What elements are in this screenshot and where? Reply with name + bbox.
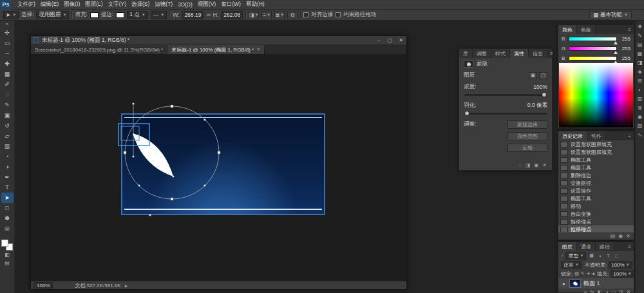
lock-position-icon[interactable]: ✛ bbox=[587, 270, 591, 277]
add-vector-mask-button[interactable]: ▢ bbox=[539, 72, 547, 79]
tab-color[interactable]: 颜色 bbox=[558, 25, 577, 34]
panel-menu-icon[interactable]: ≡ bbox=[625, 25, 634, 34]
lock-all-icon[interactable]: ∎ bbox=[592, 270, 595, 277]
dock-panel-icon[interactable]: ▥ bbox=[636, 95, 644, 102]
anchor-point[interactable] bbox=[204, 185, 206, 187]
clone-stamp-tool[interactable]: ▣ bbox=[1, 110, 14, 120]
zoom-level-field[interactable]: 100% bbox=[33, 282, 53, 288]
tab-adjustments[interactable]: 调整 bbox=[473, 49, 491, 58]
stroke-type-dropdown[interactable]: — ▼ bbox=[151, 11, 167, 19]
history-step[interactable]: 交换路径 bbox=[558, 179, 634, 187]
green-channel-slider[interactable] bbox=[569, 46, 617, 51]
dock-panel-icon[interactable]: ▧ bbox=[636, 122, 644, 129]
document-title-bar[interactable]: 未标题-1 @ 100% (椭圆 1, RGB/8) * – ▢ ✕ bbox=[31, 36, 406, 45]
history-step[interactable]: 移动 bbox=[558, 202, 634, 210]
color-swatches[interactable] bbox=[1, 240, 13, 250]
shape-tool[interactable]: □ bbox=[1, 203, 14, 213]
color-spectrum-picker[interactable] bbox=[559, 63, 633, 128]
feather-slider-knob[interactable] bbox=[464, 111, 469, 116]
fill-opacity-dropdown[interactable]: 100% ▼ bbox=[611, 270, 634, 278]
handle-end-point[interactable] bbox=[133, 156, 135, 158]
menu-item-select[interactable]: 选择(S) bbox=[129, 0, 152, 10]
history-step[interactable]: 推移锚点 bbox=[558, 218, 634, 225]
anchor-point[interactable] bbox=[138, 185, 140, 187]
anchor-point[interactable] bbox=[204, 119, 206, 121]
status-options-arrow[interactable]: ▶ bbox=[125, 283, 128, 288]
green-slider-knob[interactable] bbox=[614, 51, 618, 54]
constrain-path-drag-checkbox[interactable] bbox=[336, 12, 341, 17]
color-range-button[interactable]: 颜色范围 bbox=[507, 132, 547, 140]
filter-shape-icon[interactable]: □ bbox=[613, 252, 620, 259]
load-selection-from-mask-icon[interactable]: ◌ bbox=[518, 162, 522, 168]
dock-panel-icon[interactable]: ◉ bbox=[636, 113, 644, 120]
history-step[interactable]: 设置操作 bbox=[558, 187, 634, 194]
tab-channels[interactable]: 通道 bbox=[577, 242, 596, 251]
screen-mode-button[interactable]: ▤ bbox=[1, 259, 14, 267]
path-operations-dropdown[interactable]: ◨▼ bbox=[249, 11, 259, 19]
dock-panel-icon[interactable]: ◨ bbox=[636, 59, 644, 66]
panel-menu-icon[interactable]: ≡ bbox=[547, 49, 556, 58]
menu-item-type[interactable]: 文字(Y) bbox=[106, 0, 129, 10]
tab-libraries[interactable]: 库 bbox=[459, 49, 473, 58]
brush-tool[interactable]: ✎ bbox=[1, 100, 14, 110]
lasso-tool[interactable]: ∽ bbox=[1, 48, 14, 59]
tab-swatches[interactable]: 色板 bbox=[577, 25, 596, 34]
blue-channel-slider[interactable] bbox=[569, 56, 617, 61]
close-tab-icon[interactable]: ✕ bbox=[256, 47, 260, 52]
anchor-point[interactable] bbox=[173, 176, 175, 178]
quick-mask-button[interactable]: ◧ bbox=[1, 250, 14, 259]
density-slider[interactable] bbox=[464, 94, 547, 96]
tab-paths[interactable]: 路径 bbox=[596, 242, 614, 251]
collapse-tools-icon[interactable]: » bbox=[6, 21, 8, 28]
canvas-pasteboard[interactable] bbox=[31, 54, 406, 281]
link-dimensions-icon[interactable]: ∞ bbox=[206, 12, 210, 18]
eraser-tool[interactable]: ▱ bbox=[1, 131, 14, 141]
red-channel-value[interactable]: 255 bbox=[620, 36, 630, 42]
red-slider-knob[interactable] bbox=[614, 41, 618, 44]
marquee-tool[interactable]: ▭ bbox=[1, 38, 14, 48]
menu-item-3d[interactable]: 3D(D) bbox=[175, 0, 195, 10]
width-input[interactable]: 268.19 bbox=[182, 11, 204, 19]
path-selection-tool[interactable]: ➤ bbox=[1, 193, 14, 203]
path-options-gear[interactable]: ⚙ bbox=[287, 11, 298, 19]
filter-type-dropdown[interactable]: 类型 ▼ bbox=[565, 252, 586, 260]
dock-panel-icon[interactable]: ⊞ bbox=[636, 77, 644, 84]
anchor-point[interactable] bbox=[149, 214, 151, 216]
delete-state-icon[interactable]: ✕ bbox=[626, 233, 630, 239]
hand-tool[interactable]: ✽ bbox=[1, 213, 14, 223]
link-layers-icon[interactable]: ∞ bbox=[583, 289, 587, 293]
dock-panel-icon[interactable]: ❖ bbox=[636, 23, 644, 30]
menu-item-help[interactable]: 帮助(H) bbox=[243, 0, 267, 10]
dock-panel-icon[interactable]: ▦ bbox=[636, 50, 644, 57]
stroke-width-dropdown[interactable]: 1 点 ▼ bbox=[127, 11, 148, 19]
history-step[interactable]: 删除描边 bbox=[558, 171, 634, 179]
menu-item-image[interactable]: 图像(I) bbox=[61, 0, 82, 10]
height-input[interactable]: 262.06 bbox=[221, 11, 243, 19]
blend-mode-dropdown[interactable]: 正常 ▼ bbox=[561, 261, 582, 269]
lock-pixels-icon[interactable]: ✎ bbox=[581, 270, 585, 277]
panel-menu-icon[interactable]: ≡ bbox=[625, 242, 634, 251]
select-mode-dropdown[interactable]: 现用图层 ▼ bbox=[36, 11, 69, 19]
tab-actions[interactable]: 动作 bbox=[587, 131, 606, 140]
close-button[interactable]: ✕ bbox=[395, 36, 406, 45]
eyedropper-tool[interactable]: ✐ bbox=[1, 79, 14, 90]
minimize-button[interactable]: – bbox=[374, 36, 384, 45]
menu-item-edit[interactable]: 编辑(E) bbox=[38, 0, 61, 10]
dodge-tool[interactable]: ◑ bbox=[1, 162, 14, 172]
blue-channel-value[interactable]: 255 bbox=[620, 55, 630, 61]
history-step[interactable]: 椭圆工具 bbox=[558, 164, 634, 171]
zoom-tool[interactable]: ◎ bbox=[1, 223, 14, 234]
dock-panel-icon[interactable]: ≣ bbox=[636, 104, 644, 111]
lock-transparency-icon[interactable]: ▨ bbox=[574, 270, 579, 277]
tab-layers[interactable]: 图层 bbox=[558, 242, 577, 251]
gradient-tool[interactable]: ▥ bbox=[1, 141, 14, 151]
anchor-point[interactable] bbox=[171, 105, 173, 108]
delete-layer-icon[interactable]: ✕ bbox=[627, 289, 630, 293]
density-value[interactable]: 100% bbox=[533, 84, 547, 90]
document-tab-screenshot[interactable]: Screenshot_20180416-232929.png @ 11.3%(R… bbox=[31, 45, 167, 54]
move-tool[interactable]: ✛ bbox=[1, 28, 14, 38]
workspace-switcher-button[interactable]: ▦ 基本功能 ▼ bbox=[589, 11, 632, 19]
tab-styles[interactable]: 样式 bbox=[491, 49, 510, 58]
anchor-point[interactable] bbox=[124, 151, 126, 154]
ellipse-shape-fill[interactable] bbox=[133, 133, 173, 176]
